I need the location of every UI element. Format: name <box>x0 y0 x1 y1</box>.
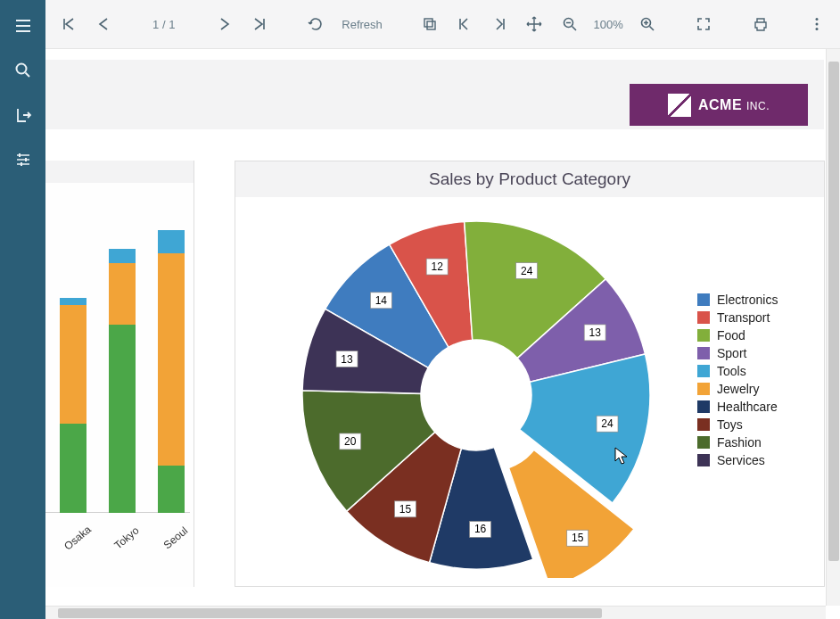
legend-item-toys[interactable]: Toys <box>697 416 813 433</box>
legend-item-transport[interactable]: Transport <box>697 309 813 326</box>
horizontal-scroll-thumb[interactable] <box>58 608 602 618</box>
pie-legend: ElectronicsTransportFoodSportToolsJewelr… <box>697 291 813 469</box>
last-page-icon <box>251 16 268 32</box>
zoom-out-button[interactable] <box>556 9 583 39</box>
bar-segment[interactable] <box>60 298 86 305</box>
brand-name-suffix: INC. <box>746 100 770 112</box>
svg-rect-2 <box>427 21 435 29</box>
search-icon <box>14 62 32 79</box>
legend-swatch <box>697 454 710 466</box>
first-page-button[interactable] <box>54 9 82 39</box>
bar-segment[interactable] <box>109 249 136 263</box>
bar-chart-header <box>45 161 194 183</box>
legend-swatch <box>697 400 710 413</box>
sliders-icon <box>14 151 32 169</box>
legend-item-jewelry[interactable]: Jewelry <box>697 380 813 398</box>
bar-segment[interactable] <box>158 230 185 253</box>
bar-segment[interactable] <box>109 325 136 513</box>
print-button[interactable] <box>746 9 774 39</box>
settings-button[interactable] <box>0 137 45 182</box>
report-viewport: ACME INC. OsakaTokyoSeoul Sales by Produ… <box>45 49 840 619</box>
pie-chart-title: Sales by Product Category <box>235 161 824 197</box>
bar-segment[interactable] <box>158 466 185 513</box>
legend-label: Food <box>717 328 745 343</box>
legend-item-services[interactable]: Services <box>697 451 813 469</box>
legend-label: Transport <box>717 310 770 325</box>
more-button[interactable] <box>803 9 831 39</box>
fullscreen-icon <box>696 16 712 32</box>
horizontal-scrollbar[interactable] <box>45 606 826 619</box>
legend-label: Tools <box>717 364 746 378</box>
vertical-scroll-thumb[interactable] <box>828 62 839 561</box>
toolbar: 1 / 1 Refresh 100% <box>45 0 840 49</box>
copy-icon <box>422 16 438 32</box>
svg-rect-1 <box>424 19 432 27</box>
legend-item-healthcare[interactable]: Healthcare <box>697 398 813 416</box>
legend-item-electronics[interactable]: Electronics <box>697 291 813 309</box>
bar-segment[interactable] <box>109 263 136 325</box>
pie-chart-plot[interactable]: 14122413241516152013 <box>244 208 690 578</box>
legend-label: Services <box>717 453 765 467</box>
fullscreen-button[interactable] <box>690 9 718 39</box>
legend-item-food[interactable]: Food <box>697 326 813 344</box>
copy-button[interactable] <box>416 9 444 39</box>
step-back-icon <box>457 16 473 32</box>
legend-swatch <box>697 329 710 342</box>
move-icon <box>526 16 542 32</box>
bar-segment[interactable] <box>60 424 86 513</box>
brand-logo: ACME INC. <box>630 84 808 126</box>
legend-label: Jewelry <box>717 382 759 396</box>
pie-label-value: 13 <box>341 353 353 366</box>
legend-swatch <box>697 418 710 431</box>
legend-label: Fashion <box>717 435 762 450</box>
pie-label-value: 12 <box>432 260 444 273</box>
next-page-button[interactable] <box>210 9 238 39</box>
refresh-label[interactable]: Refresh <box>337 18 387 31</box>
legend-swatch <box>697 293 710 306</box>
last-page-button[interactable] <box>245 9 273 39</box>
legend-item-sport[interactable]: Sport <box>697 344 813 362</box>
step-forward-icon <box>491 16 507 32</box>
pie-label-value: 24 <box>601 417 614 430</box>
brand-name: ACME INC. <box>698 97 770 113</box>
print-icon <box>753 16 769 32</box>
reload-icon <box>308 16 324 32</box>
menu-button[interactable] <box>0 4 45 48</box>
brand-name-main: ACME <box>698 97 742 112</box>
step-forward-button[interactable] <box>486 9 514 39</box>
bar-category-label: Tokyo <box>105 519 147 557</box>
legend-item-fashion[interactable]: Fashion <box>697 433 813 451</box>
pie-label-value: 16 <box>474 523 487 535</box>
legend-label: Toys <box>717 417 743 432</box>
legend-item-tools[interactable]: Tools <box>697 362 813 380</box>
prev-page-button[interactable] <box>89 9 117 39</box>
more-vertical-icon <box>809 16 825 32</box>
export-button[interactable] <box>0 93 45 137</box>
legend-label: Sport <box>717 346 746 360</box>
reload-button[interactable] <box>302 9 330 39</box>
search-button[interactable] <box>0 48 45 93</box>
pie-chart-panel: Sales by Product Category 14122413241516… <box>235 161 825 587</box>
bar-segment[interactable] <box>60 305 86 423</box>
pie-label-value: 15 <box>572 532 584 544</box>
brand-icon <box>668 94 691 117</box>
zoom-in-button[interactable] <box>633 9 661 39</box>
bar-chart-panel: OsakaTokyoSeoul <box>45 161 194 587</box>
pie-label-value: 15 <box>399 503 412 516</box>
bar-segment[interactable] <box>158 253 185 466</box>
svg-point-7 <box>816 28 819 30</box>
pie-label-value: 24 <box>521 265 533 277</box>
pie-label-value: 14 <box>375 294 388 307</box>
svg-point-6 <box>816 23 819 26</box>
pan-button[interactable] <box>521 9 548 39</box>
zoom-level: 100% <box>590 18 626 31</box>
vertical-scrollbar[interactable] <box>826 49 840 606</box>
legend-label: Electronics <box>717 293 778 307</box>
bar-chart-plot[interactable]: OsakaTokyoSeoul <box>45 183 194 549</box>
prev-page-icon <box>95 16 111 32</box>
zoom-out-icon <box>562 16 578 32</box>
pie-label-value: 13 <box>589 326 601 339</box>
step-back-button[interactable] <box>451 9 479 39</box>
legend-swatch <box>697 436 710 449</box>
legend-swatch <box>697 365 710 377</box>
